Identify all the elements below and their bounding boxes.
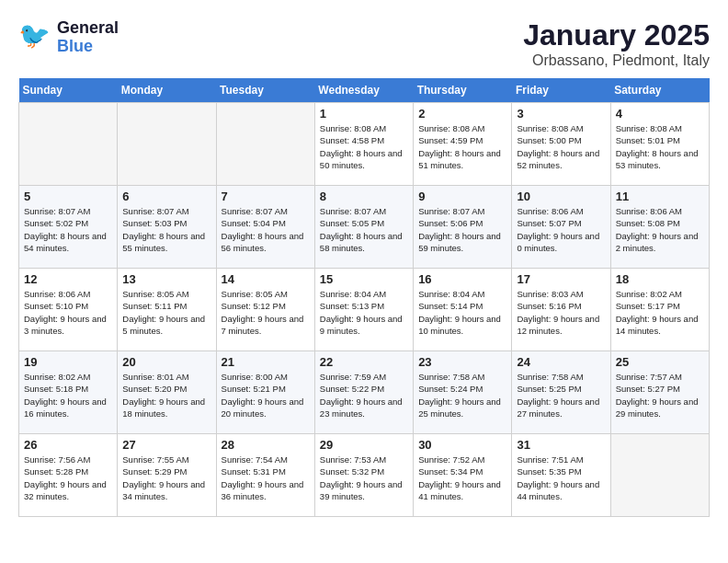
day-info: Sunrise: 7:54 AMSunset: 5:31 PMDaylight:… xyxy=(222,454,310,502)
day-info: Sunrise: 8:05 AMSunset: 5:12 PMDaylight:… xyxy=(222,288,310,337)
header-sunday: Sunday xyxy=(19,78,118,103)
day-cell-29: 29Sunrise: 7:53 AMSunset: 5:32 PMDayligh… xyxy=(314,434,413,517)
day-number: 7 xyxy=(222,190,310,203)
day-info: Sunrise: 8:05 AMSunset: 5:11 PMDaylight:… xyxy=(122,288,210,337)
day-number: 16 xyxy=(418,272,506,286)
day-number: 18 xyxy=(616,272,704,286)
day-info: Sunrise: 7:58 AMSunset: 5:24 PMDaylight:… xyxy=(418,371,506,419)
day-info: Sunrise: 8:07 AMSunset: 5:05 PMDaylight:… xyxy=(320,205,408,254)
day-cell-18: 18Sunrise: 8:02 AMSunset: 5:17 PMDayligh… xyxy=(610,269,709,351)
day-number: 9 xyxy=(418,190,506,203)
day-info: Sunrise: 8:06 AMSunset: 5:07 PMDaylight:… xyxy=(517,205,605,254)
day-number: 31 xyxy=(517,438,605,452)
day-cell-24: 24Sunrise: 7:58 AMSunset: 5:25 PMDayligh… xyxy=(512,351,610,434)
logo-blue: Blue xyxy=(57,38,93,56)
day-info: Sunrise: 8:06 AMSunset: 5:08 PMDaylight:… xyxy=(616,205,704,254)
day-number: 5 xyxy=(24,190,112,203)
day-number: 3 xyxy=(517,107,605,121)
week-row-1: 1Sunrise: 8:08 AMSunset: 4:58 PMDaylight… xyxy=(19,103,710,186)
day-number: 28 xyxy=(222,438,310,452)
day-number: 2 xyxy=(418,107,506,121)
day-info: Sunrise: 7:56 AMSunset: 5:28 PMDaylight:… xyxy=(24,454,112,502)
day-number: 29 xyxy=(320,438,408,452)
day-info: Sunrise: 7:52 AMSunset: 5:34 PMDaylight:… xyxy=(418,454,506,502)
empty-cell xyxy=(216,103,314,186)
day-number: 27 xyxy=(122,438,210,452)
logo-general: General xyxy=(57,19,119,38)
day-cell-19: 19Sunrise: 8:02 AMSunset: 5:18 PMDayligh… xyxy=(19,351,118,434)
day-number: 6 xyxy=(122,190,210,203)
day-info: Sunrise: 7:51 AMSunset: 5:35 PMDaylight:… xyxy=(517,454,605,502)
day-number: 22 xyxy=(320,355,408,369)
empty-cell xyxy=(118,103,216,186)
day-cell-4: 4Sunrise: 8:08 AMSunset: 5:01 PMDaylight… xyxy=(610,103,709,186)
day-info: Sunrise: 8:08 AMSunset: 4:59 PMDaylight:… xyxy=(418,122,506,171)
day-cell-27: 27Sunrise: 7:55 AMSunset: 5:29 PMDayligh… xyxy=(118,434,216,517)
day-info: Sunrise: 8:08 AMSunset: 4:58 PMDaylight:… xyxy=(320,122,408,171)
logo: 🐦 General Blue xyxy=(18,18,119,57)
day-number: 10 xyxy=(517,190,605,203)
day-cell-16: 16Sunrise: 8:04 AMSunset: 5:14 PMDayligh… xyxy=(414,269,512,351)
day-cell-21: 21Sunrise: 8:00 AMSunset: 5:21 PMDayligh… xyxy=(216,351,314,434)
day-info: Sunrise: 8:02 AMSunset: 5:18 PMDaylight:… xyxy=(24,371,112,419)
day-cell-10: 10Sunrise: 8:06 AMSunset: 5:07 PMDayligh… xyxy=(512,186,610,269)
page-header: 🐦 General Blue January 2025 Orbassano, P… xyxy=(18,18,710,69)
header-tuesday: Tuesday xyxy=(216,78,314,103)
day-cell-22: 22Sunrise: 7:59 AMSunset: 5:22 PMDayligh… xyxy=(314,351,413,434)
day-info: Sunrise: 8:07 AMSunset: 5:04 PMDaylight:… xyxy=(222,205,310,254)
day-cell-26: 26Sunrise: 7:56 AMSunset: 5:28 PMDayligh… xyxy=(19,434,118,517)
header-wednesday: Wednesday xyxy=(314,78,413,103)
day-cell-6: 6Sunrise: 8:07 AMSunset: 5:03 PMDaylight… xyxy=(118,186,216,269)
day-info: Sunrise: 8:07 AMSunset: 5:02 PMDaylight:… xyxy=(24,205,112,254)
day-number: 26 xyxy=(24,438,112,452)
day-number: 8 xyxy=(320,190,408,203)
day-info: Sunrise: 7:57 AMSunset: 5:27 PMDaylight:… xyxy=(616,371,704,419)
day-cell-25: 25Sunrise: 7:57 AMSunset: 5:27 PMDayligh… xyxy=(610,351,709,434)
header-monday: Monday xyxy=(118,78,216,103)
day-cell-8: 8Sunrise: 8:07 AMSunset: 5:05 PMDaylight… xyxy=(314,186,413,269)
day-cell-30: 30Sunrise: 7:52 AMSunset: 5:34 PMDayligh… xyxy=(414,434,512,517)
day-info: Sunrise: 8:03 AMSunset: 5:16 PMDaylight:… xyxy=(517,288,605,337)
week-row-4: 19Sunrise: 8:02 AMSunset: 5:18 PMDayligh… xyxy=(19,351,710,434)
day-cell-1: 1Sunrise: 8:08 AMSunset: 4:58 PMDaylight… xyxy=(314,103,413,186)
day-cell-31: 31Sunrise: 7:51 AMSunset: 5:35 PMDayligh… xyxy=(512,434,610,517)
day-cell-3: 3Sunrise: 8:08 AMSunset: 5:00 PMDaylight… xyxy=(512,103,610,186)
day-number: 11 xyxy=(616,190,704,203)
day-number: 20 xyxy=(122,355,210,369)
day-number: 19 xyxy=(24,355,112,369)
calendar-table: SundayMondayTuesdayWednesdayThursdayFrid… xyxy=(18,78,710,517)
title-section: January 2025 Orbassano, Piedmont, Italy xyxy=(523,18,710,69)
month-title: January 2025 xyxy=(523,18,710,52)
day-number: 24 xyxy=(517,355,605,369)
header-friday: Friday xyxy=(512,78,610,103)
header-saturday: Saturday xyxy=(610,78,709,103)
day-cell-17: 17Sunrise: 8:03 AMSunset: 5:16 PMDayligh… xyxy=(512,269,610,351)
svg-text:🐦: 🐦 xyxy=(18,20,51,51)
day-number: 25 xyxy=(616,355,704,369)
day-info: Sunrise: 8:02 AMSunset: 5:17 PMDaylight:… xyxy=(616,288,704,337)
day-cell-15: 15Sunrise: 8:04 AMSunset: 5:13 PMDayligh… xyxy=(314,269,413,351)
day-info: Sunrise: 7:55 AMSunset: 5:29 PMDaylight:… xyxy=(122,454,210,502)
day-number: 14 xyxy=(222,272,310,286)
day-info: Sunrise: 7:59 AMSunset: 5:22 PMDaylight:… xyxy=(320,371,408,419)
day-number: 12 xyxy=(24,272,112,286)
day-cell-11: 11Sunrise: 8:06 AMSunset: 5:08 PMDayligh… xyxy=(610,186,709,269)
day-info: Sunrise: 7:58 AMSunset: 5:25 PMDaylight:… xyxy=(517,371,605,419)
day-info: Sunrise: 8:00 AMSunset: 5:21 PMDaylight:… xyxy=(222,371,310,419)
header-thursday: Thursday xyxy=(414,78,512,103)
day-cell-23: 23Sunrise: 7:58 AMSunset: 5:24 PMDayligh… xyxy=(414,351,512,434)
day-cell-5: 5Sunrise: 8:07 AMSunset: 5:02 PMDaylight… xyxy=(19,186,118,269)
day-cell-28: 28Sunrise: 7:54 AMSunset: 5:31 PMDayligh… xyxy=(216,434,314,517)
logo-icon: 🐦 xyxy=(18,18,53,57)
day-number: 1 xyxy=(320,107,408,121)
day-number: 15 xyxy=(320,272,408,286)
day-info: Sunrise: 8:04 AMSunset: 5:13 PMDaylight:… xyxy=(320,288,408,337)
day-info: Sunrise: 8:07 AMSunset: 5:06 PMDaylight:… xyxy=(418,205,506,254)
day-info: Sunrise: 8:08 AMSunset: 5:01 PMDaylight:… xyxy=(616,122,704,171)
day-info: Sunrise: 8:08 AMSunset: 5:00 PMDaylight:… xyxy=(517,122,605,171)
week-row-3: 12Sunrise: 8:06 AMSunset: 5:10 PMDayligh… xyxy=(19,269,710,351)
day-info: Sunrise: 8:04 AMSunset: 5:14 PMDaylight:… xyxy=(418,288,506,337)
day-cell-9: 9Sunrise: 8:07 AMSunset: 5:06 PMDaylight… xyxy=(414,186,512,269)
day-number: 21 xyxy=(222,355,310,369)
logo-text-block: General Blue xyxy=(57,19,119,56)
